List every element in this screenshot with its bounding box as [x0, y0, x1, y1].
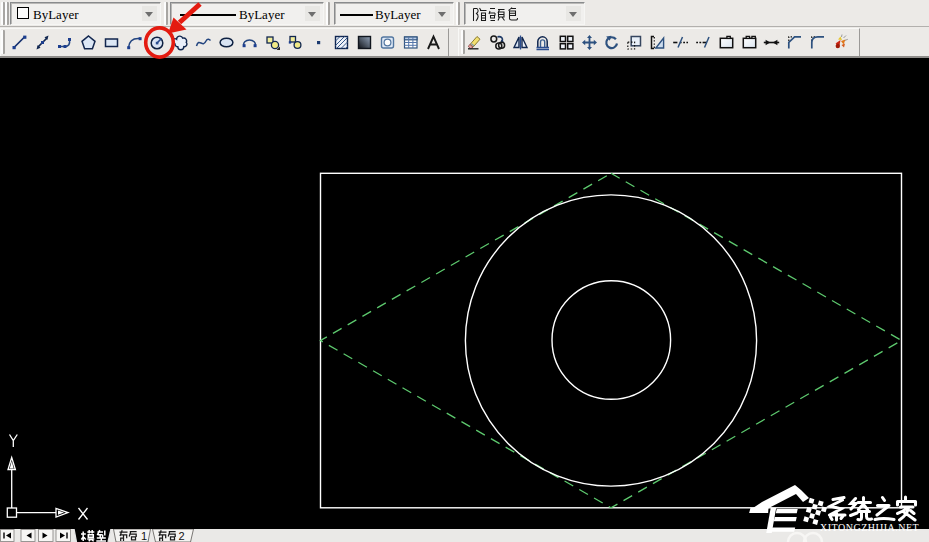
svg-text:2: 2: [179, 530, 185, 542]
svg-text:1: 1: [141, 530, 147, 542]
svg-text:XITONGZHIJIA.NET: XITONGZHIJIA.NET: [820, 522, 919, 533]
